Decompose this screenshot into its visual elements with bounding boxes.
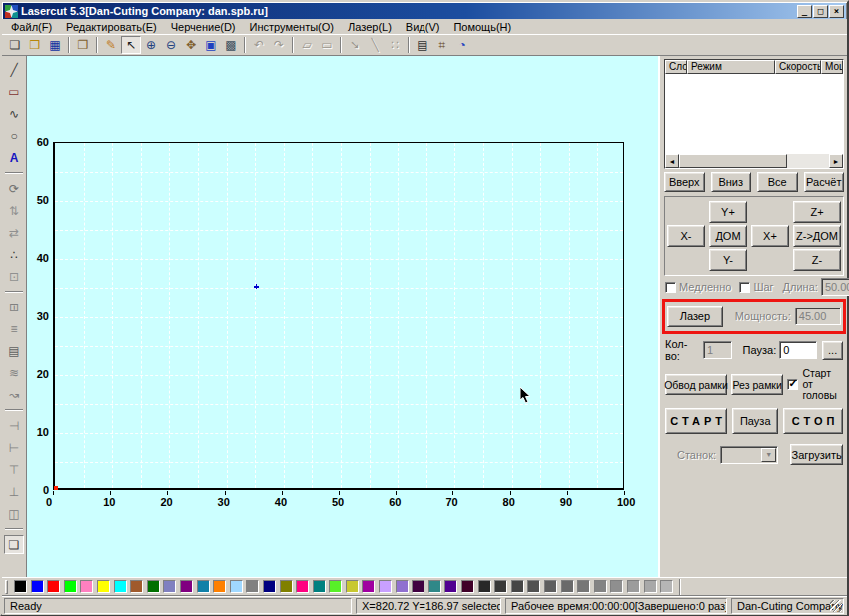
palette-swatch-20[interactable] [329,580,342,593]
palette-swatch-12[interactable] [197,580,210,593]
palette-swatch-1[interactable] [14,580,27,593]
array-copy-icon[interactable]: ⊞ [4,298,24,316]
palette-swatch-18[interactable] [296,580,309,593]
layers-list-body[interactable] [665,74,843,154]
palette-swatch-10[interactable] [163,580,176,593]
minimize-button[interactable]: _ [797,5,812,18]
resize-grip-icon[interactable] [830,600,842,612]
open-file-icon[interactable]: ❒ [25,36,45,54]
layers-list-scrollbar[interactable]: ◄ ► [665,154,843,168]
load-button[interactable]: Загрузить [790,444,843,465]
pause-button[interactable]: Пауза [732,408,778,434]
paint-icon[interactable]: ✎ [101,36,121,54]
zoom-in-icon[interactable]: ⊕ [141,36,161,54]
jog-z-plus-button[interactable]: Z+ [793,201,841,223]
start-from-head-checkbox[interactable] [787,379,798,390]
palette-swatch-3[interactable] [47,580,60,593]
palette-swatch-27[interactable] [444,580,457,593]
mirror-horizontal-icon[interactable]: ⇄ [4,223,24,242]
palette-swatch-19[interactable] [313,580,326,593]
palette-swatch-25[interactable] [412,580,424,593]
jog-x-minus-button[interactable]: X- [667,225,705,247]
path-length-icon[interactable]: ⌗ [432,36,452,54]
palette-swatch-13[interactable] [213,580,226,593]
palette-swatch-6[interactable] [97,580,110,593]
scroll-left-icon[interactable]: ◄ [665,154,679,168]
undo-icon[interactable]: ↶ [249,36,269,54]
layers-list[interactable]: СлоиРежимСкоростьМоща ◄ ► [664,59,844,169]
align-left-icon[interactable]: ⊣ [4,416,24,435]
more-options-button[interactable]: ... [822,341,843,360]
array-icon[interactable]: ∷ [385,36,405,54]
line-tool-icon[interactable]: ╱ [4,60,24,79]
palette-swatch-36[interactable] [594,580,607,593]
ellipse-tool-icon[interactable]: ○ [4,126,24,145]
palette-swatch-31[interactable] [511,580,524,593]
pause-field[interactable]: 0 [779,341,817,359]
menu-item-view[interactable]: Вид(V) [399,20,447,34]
menu-item-tools[interactable]: Инструменты(O) [243,20,341,34]
up-layer-button[interactable]: Вверх [664,172,705,192]
save-icon[interactable]: ▦ [45,36,65,54]
rotate-tool-icon[interactable]: ⟳ [4,179,24,198]
menu-item-edit[interactable]: Редактировать(E) [59,20,164,34]
stop-button[interactable]: СТОП [783,408,843,434]
close-button[interactable]: × [829,5,844,18]
palette-swatch-24[interactable] [396,580,409,593]
palette-swatch-7[interactable] [114,580,127,593]
drawing-point[interactable] [254,284,259,289]
column-header-3[interactable]: Скорость [775,60,821,74]
home-button[interactable]: ДОМ [709,225,747,247]
text-tool-icon[interactable]: A [4,148,24,167]
align-top-icon[interactable]: ⊤ [4,460,24,479]
palette-swatch-29[interactable] [478,580,491,593]
weld-icon[interactable]: ≋ [4,363,24,382]
mirror-vertical-icon[interactable]: ⇅ [4,201,24,220]
zoom-out-icon[interactable]: ⊖ [161,36,181,54]
jog-y-plus-button[interactable]: Y+ [709,201,747,223]
rect-tool-icon[interactable]: ▭ [4,82,24,101]
scroll-right-icon[interactable]: ► [829,154,843,168]
palette-swatch-32[interactable] [527,580,540,593]
time-estimate-icon[interactable]: ◔ [452,36,472,54]
menu-item-help[interactable]: Помощь(H) [446,20,518,34]
step-checkbox[interactable] [739,282,750,293]
maximize-button[interactable]: □ [813,5,828,18]
palette-swatch-28[interactable] [461,580,474,593]
comb-icon[interactable]: ▤ [4,341,24,360]
palette-swatch-39[interactable] [644,580,657,593]
palette-swatch-40[interactable] [660,580,673,593]
center-icon[interactable]: ◫ [4,504,24,523]
palette-swatch-35[interactable] [577,580,590,593]
ungroup-icon[interactable]: ▭ [317,36,337,54]
palette-swatch-37[interactable] [610,580,623,593]
menu-item-file[interactable]: Файл(F) [4,20,59,34]
jog-y-minus-button[interactable]: Y- [709,249,747,271]
fit-view-icon[interactable]: ▣ [201,36,221,54]
align-bottom-icon[interactable]: ⊥ [4,482,24,501]
palette-swatch-16[interactable] [263,580,276,593]
menu-item-laser[interactable]: Лазер(L) [341,20,399,34]
edit-line-icon[interactable]: ╲ [365,36,385,54]
layers-copies-icon[interactable]: ❏ [4,535,24,554]
transform-icon[interactable]: ⊡ [4,267,24,286]
column-header-1[interactable]: Слои [665,60,687,74]
slow-checkbox[interactable] [665,282,676,293]
palette-swatch-26[interactable] [428,580,441,593]
group-icon[interactable]: ▱ [297,36,317,54]
palette-swatch-22[interactable] [362,580,375,593]
palette-swatch-23[interactable] [379,580,392,593]
move-origin-icon[interactable]: ➘ [345,36,365,54]
palette-swatch-8[interactable] [130,580,143,593]
palette-swatch-21[interactable] [346,580,359,593]
all-layer-button[interactable]: Все [757,172,798,192]
jog-x-plus-button[interactable]: X+ [751,225,789,247]
z-home-button[interactable]: Z->ДОМ [793,225,841,247]
redo-icon[interactable]: ↷ [269,36,289,54]
outline-frame-button[interactable]: Обвод рамки [665,374,727,395]
palette-swatch-11[interactable] [180,580,193,593]
palette-swatch-38[interactable] [627,580,640,593]
curve-icon[interactable]: ↝ [4,385,24,404]
drawing-canvas[interactable]: 01020304050607080901000102030405060 [27,56,658,577]
palette-swatch-17[interactable] [280,580,293,593]
